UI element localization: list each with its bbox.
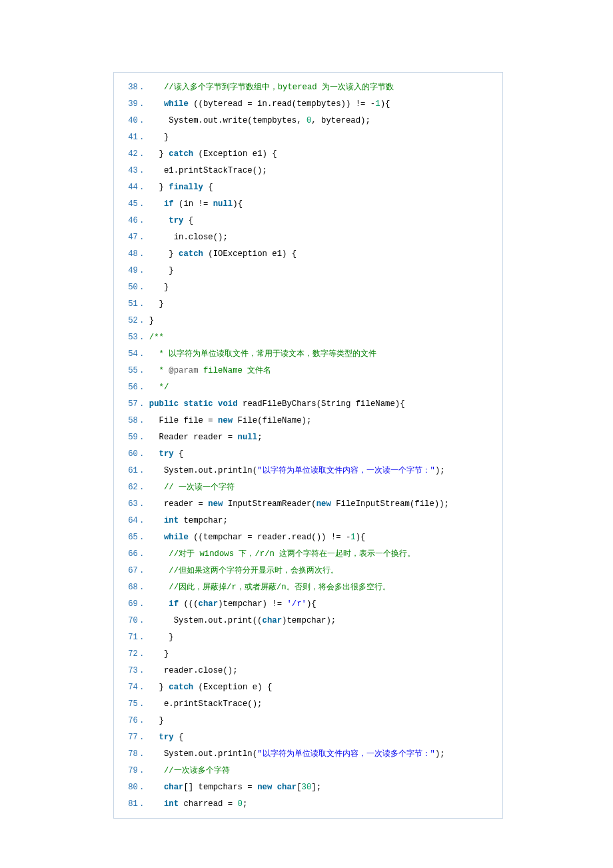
- token-kw: new: [218, 416, 233, 425]
- code-line: 42. } catch (Exception e1) {: [121, 146, 498, 163]
- code-content: reader = new InputStreamReader(new FileI…: [149, 496, 449, 513]
- token-p: ];: [311, 783, 321, 792]
- token-p: ){: [380, 99, 390, 109]
- line-number: 76: [121, 713, 139, 729]
- line-number: 52: [121, 313, 139, 329]
- token-kw: char: [277, 783, 297, 792]
- line-number-dot: .: [139, 263, 149, 279]
- token-p: }: [159, 683, 169, 692]
- token-p: reader =: [164, 499, 208, 509]
- line-number: 80: [121, 779, 139, 796]
- token-p: }: [164, 649, 169, 659]
- token-kw: catch: [169, 683, 193, 692]
- token-p: }: [164, 283, 169, 292]
- token-kw: catch: [179, 249, 203, 259]
- code-content: }: [149, 313, 154, 329]
- code-content: } catch (Exception e1) {: [149, 146, 277, 163]
- code-line: 59. Reader reader = null;: [121, 429, 498, 446]
- token-p: System.out.write(tempbytes,: [169, 116, 306, 125]
- token-p: [272, 783, 277, 792]
- token-cmt: //但如果这两个字符分开显示时，会换两次行。: [169, 566, 338, 575]
- line-number-dot: .: [139, 546, 149, 563]
- line-number-dot: .: [139, 579, 149, 596]
- code-content: reader.close();: [149, 663, 238, 679]
- token-w: [149, 666, 164, 675]
- token-p: ((tempchar = reader.read()) != -: [189, 533, 351, 542]
- line-number-dot: .: [139, 213, 149, 229]
- code-content: try {: [149, 446, 184, 463]
- token-w: [149, 216, 169, 225]
- line-number: 78: [121, 746, 139, 763]
- code-line: 62. // 一次读一个字符: [121, 479, 498, 496]
- code-content: System.out.write(tempbytes, 0, byteread)…: [149, 113, 370, 129]
- token-p: (in !=: [174, 199, 213, 209]
- code-line: 44. } finally {: [121, 179, 498, 196]
- token-w: [149, 566, 169, 575]
- token-w: [149, 766, 164, 775]
- line-number-dot: .: [139, 529, 149, 546]
- code-content: public static void readFileByChars(Strin…: [149, 396, 405, 413]
- code-line: 61. System.out.println("以字符为单位读取文件内容，一次读…: [121, 463, 498, 479]
- token-p: }: [164, 133, 169, 142]
- code-line: 40. System.out.write(tempbytes, 0, byter…: [121, 113, 498, 129]
- code-line: 51. }: [121, 296, 498, 313]
- token-w: [149, 249, 169, 259]
- token-kw: static: [183, 399, 213, 409]
- token-p: System.out.print((: [174, 616, 263, 625]
- token-kw: int: [164, 799, 179, 809]
- token-w: [149, 83, 164, 92]
- token-p: {: [174, 449, 184, 459]
- line-number-dot: .: [139, 129, 149, 146]
- token-p: e.printStackTrace();: [164, 699, 263, 709]
- code-line: 63. reader = new InputStreamReader(new F…: [121, 496, 498, 513]
- line-number: 42: [121, 146, 139, 163]
- token-p: }: [159, 149, 169, 159]
- token-p: readFileByChars(String fileName){: [238, 399, 405, 409]
- line-number-dot: .: [139, 513, 149, 529]
- line-number: 72: [121, 646, 139, 663]
- token-w: [149, 433, 159, 442]
- line-number: 81: [121, 796, 139, 813]
- line-number: 41: [121, 129, 139, 146]
- token-p: ;: [257, 433, 262, 442]
- line-number: 79: [121, 763, 139, 779]
- token-w: [149, 499, 164, 509]
- token-p: e1.printStackTrace();: [164, 166, 267, 175]
- code-line: 68. //因此，屏蔽掉/r，或者屏蔽/n。否则，将会多出很多空行。: [121, 579, 498, 596]
- token-w: [149, 733, 159, 742]
- line-number: 45: [121, 196, 139, 213]
- token-cmt: * 以字符为单位读取文件，常用于读文本，数字等类型的文件: [159, 349, 377, 359]
- token-p: File file =: [159, 416, 219, 425]
- code-line: 73. reader.close();: [121, 663, 498, 679]
- token-cmt: //一次读多个字符: [164, 766, 230, 775]
- code-content: //但如果这两个字符分开显示时，会换两次行。: [149, 563, 338, 579]
- code-content: } finally {: [149, 179, 213, 196]
- token-kw: if: [164, 199, 174, 209]
- code-content: File file = new File(fileName);: [149, 413, 312, 429]
- token-w: [149, 233, 174, 242]
- code-line: 50. }: [121, 279, 498, 296]
- code-content: }: [149, 646, 169, 663]
- line-number-dot: .: [139, 746, 149, 763]
- code-line: 47. in.close();: [121, 229, 498, 246]
- token-kw: char: [263, 616, 283, 625]
- token-num: 1: [350, 533, 355, 542]
- token-w: [149, 283, 164, 292]
- code-line: 72. }: [121, 646, 498, 663]
- token-str: '/r': [287, 599, 306, 609]
- code-line: 60. try {: [121, 446, 498, 463]
- token-p: {: [203, 183, 213, 192]
- line-number: 73: [121, 663, 139, 679]
- token-w: [149, 699, 164, 709]
- line-number-dot: .: [139, 779, 149, 796]
- token-p: ){: [356, 533, 366, 542]
- token-p: {: [183, 216, 193, 225]
- line-number: 75: [121, 696, 139, 713]
- code-content: if (((char)tempchar) != '/r'){: [149, 596, 316, 613]
- code-content: }: [149, 296, 164, 313]
- code-content: /**: [149, 329, 164, 346]
- token-p: }: [169, 633, 173, 642]
- token-p: }: [149, 316, 154, 325]
- token-cmt: //因此，屏蔽掉/r，或者屏蔽/n。否则，将会多出很多空行。: [169, 583, 390, 592]
- code-content: //因此，屏蔽掉/r，或者屏蔽/n。否则，将会多出很多空行。: [149, 579, 390, 596]
